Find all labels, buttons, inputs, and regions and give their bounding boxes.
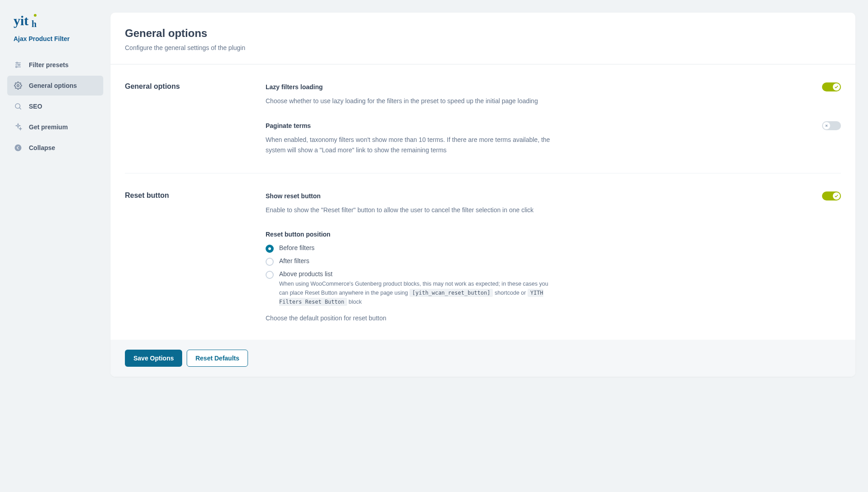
lazy-filters-toggle[interactable]: [822, 82, 841, 91]
field-label: Lazy filters loading: [266, 83, 323, 91]
gear-icon: [14, 81, 23, 90]
field-lazy-filters: Lazy filters loading Choose whether to u…: [266, 82, 841, 106]
svg-point-7: [18, 64, 20, 66]
field-description: When enabled, taxonomy filters won't sho…: [266, 135, 554, 155]
svg-text:yit: yit: [14, 13, 28, 28]
sidebar-item-collapse[interactable]: Collapse: [7, 138, 103, 158]
radio-above-products[interactable]: Above products list When using WooCommer…: [266, 270, 841, 306]
svg-point-6: [16, 62, 18, 64]
card-header: General options Configure the general se…: [110, 13, 855, 64]
svg-point-2: [34, 14, 37, 17]
show-reset-toggle[interactable]: [822, 191, 841, 200]
collapse-icon: [14, 143, 23, 152]
page-title: General options: [125, 27, 841, 40]
radio-icon: [266, 258, 274, 266]
card-footer: Save Options Reset Defaults: [110, 340, 855, 377]
sidebar-item-get-premium[interactable]: Get premium: [7, 117, 103, 137]
sidebar-item-label: General options: [29, 82, 77, 89]
section-title: Reset button: [125, 191, 266, 322]
sidebar-item-filter-presets[interactable]: Filter presets: [7, 55, 103, 75]
sidebar-item-label: SEO: [29, 103, 42, 110]
sidebar: yit h Ajax Product Filter Filter presets…: [0, 0, 110, 492]
field-label: Paginate terms: [266, 122, 311, 129]
radio-label: After filters: [279, 257, 309, 264]
radio-label: Before filters: [279, 244, 315, 251]
paginate-terms-toggle[interactable]: [822, 121, 841, 130]
settings-card: General options Configure the general se…: [110, 13, 855, 377]
sidebar-item-label: Filter presets: [29, 61, 69, 68]
page-subtitle: Configure the general settings of the pl…: [125, 44, 841, 51]
code-chip: [yith_wcan_reset_button]: [409, 289, 493, 297]
check-icon: [833, 192, 840, 200]
field-description: Choose the default position for reset bu…: [266, 314, 841, 322]
svg-point-12: [15, 145, 22, 151]
field-description: Choose whether to use lazy loading for t…: [266, 96, 554, 106]
radio-label: Above products list: [279, 270, 554, 278]
reset-defaults-button[interactable]: Reset Defaults: [187, 350, 248, 367]
field-label: Reset button position: [266, 231, 841, 238]
field-label: Show reset button: [266, 192, 321, 200]
sidebar-item-label: Get premium: [29, 123, 68, 131]
sidebar-nav: Filter presets General options SEO Get p…: [0, 51, 110, 162]
field-reset-position: Reset button position Before filters Aft…: [266, 231, 841, 322]
x-icon: [823, 122, 830, 129]
svg-point-9: [17, 85, 19, 87]
svg-text:h: h: [32, 19, 37, 29]
svg-line-11: [19, 108, 21, 109]
check-icon: [833, 83, 840, 91]
radio-before-filters[interactable]: Before filters: [266, 244, 841, 253]
sidebar-item-general-options[interactable]: General options: [7, 76, 103, 96]
radio-hint: When using WooCommerce's Gutenberg produ…: [279, 279, 554, 306]
sliders-icon: [14, 60, 23, 69]
svg-point-8: [16, 66, 17, 68]
field-description: Enable to show the "Reset filter" button…: [266, 205, 554, 215]
radio-icon: [266, 271, 274, 279]
main-content: General options Configure the general se…: [110, 0, 868, 492]
section-title: General options: [125, 82, 266, 155]
sparkle-icon: [14, 123, 23, 132]
sidebar-item-label: Collapse: [29, 144, 55, 151]
radio-icon: [266, 245, 274, 253]
yith-logo: yit h: [0, 13, 110, 35]
radio-after-filters[interactable]: After filters: [266, 257, 841, 266]
sidebar-item-seo[interactable]: SEO: [7, 96, 103, 116]
section-reset-button: Reset button Show reset button: [125, 173, 841, 340]
field-paginate-terms: Paginate terms When enabled, taxonomy fi…: [266, 121, 841, 155]
section-general-options: General options Lazy filters loading: [125, 64, 841, 173]
search-icon: [14, 102, 23, 111]
svg-point-10: [15, 104, 20, 109]
plugin-name: Ajax Product Filter: [0, 35, 110, 51]
save-button[interactable]: Save Options: [125, 350, 182, 367]
field-show-reset: Show reset button Enable to show the "Re…: [266, 191, 841, 215]
